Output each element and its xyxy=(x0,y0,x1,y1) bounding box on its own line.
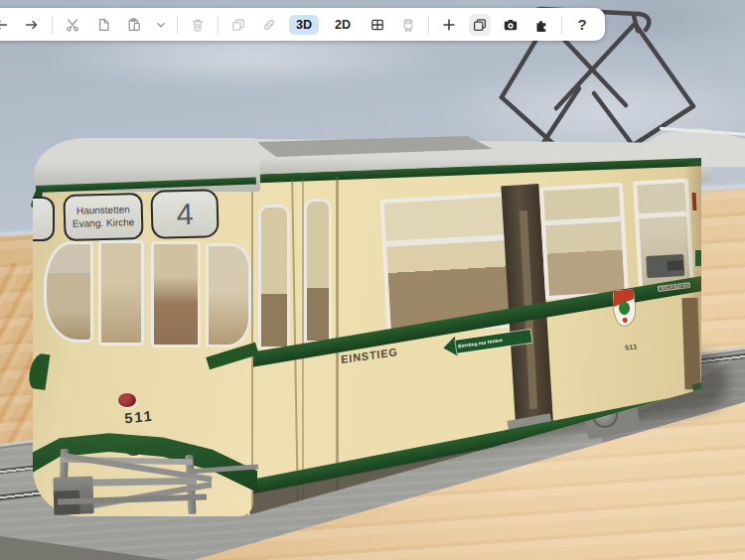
scissors-icon xyxy=(65,17,80,33)
destination-sign: Haunstetten Evang. Kirche xyxy=(63,193,143,241)
windshield-corner-pane xyxy=(206,243,251,348)
augsburg-crest xyxy=(613,289,636,326)
windshield-pane xyxy=(44,241,93,343)
toolbar-separator xyxy=(218,16,219,34)
destination-text: Haunstetten Evang. Kirche xyxy=(73,204,135,230)
route-number: 4 xyxy=(176,197,194,230)
paste-button[interactable] xyxy=(123,14,145,36)
puzzle-piece-icon xyxy=(533,17,549,33)
crest-base-dot xyxy=(622,318,627,323)
windows-button[interactable] xyxy=(469,14,491,36)
door-window xyxy=(258,205,290,350)
link-button[interactable] xyxy=(258,14,280,36)
paste-clipboard-icon xyxy=(126,17,142,33)
crest-pinecone xyxy=(619,301,630,315)
screenshot-button[interactable] xyxy=(500,14,522,36)
window-transom-bar xyxy=(545,216,621,225)
paste-options-button[interactable] xyxy=(154,14,168,36)
tram-vehicle-icon xyxy=(400,17,416,33)
grid-button[interactable] xyxy=(367,14,388,36)
windshield-pane xyxy=(98,240,144,346)
rear-window-1 xyxy=(539,183,629,301)
destination-line2: Evang. Kirche xyxy=(73,216,135,230)
plus-icon xyxy=(441,17,457,33)
toolbar-separator xyxy=(561,16,562,34)
partial-sign-clip xyxy=(33,195,59,244)
copy-document-icon xyxy=(95,17,111,33)
arrow-sign-text: Einstieg nur hinten xyxy=(458,337,503,349)
toolbar-separator xyxy=(428,16,429,34)
fleet-number-side: 511 xyxy=(625,343,639,351)
trash-icon xyxy=(190,17,206,33)
camera-icon xyxy=(503,17,519,33)
link-chain-icon xyxy=(261,17,277,33)
route-number-sign: 4 xyxy=(150,189,219,239)
copy-button[interactable] xyxy=(92,14,114,36)
driver-controls xyxy=(668,260,684,271)
rear-open-door xyxy=(681,298,700,390)
view-2d-toggle[interactable]: 2D xyxy=(328,15,358,35)
toolbar-separator xyxy=(177,16,178,34)
door-window xyxy=(304,199,332,344)
duplicate-icon xyxy=(230,17,246,33)
destination-sign-partial xyxy=(33,197,55,241)
question-mark-icon: ? xyxy=(577,16,586,33)
window-upper-tint xyxy=(384,196,516,241)
duplicate-button[interactable] xyxy=(227,14,249,36)
plugins-button[interactable] xyxy=(530,14,552,36)
windshield-pane xyxy=(151,241,201,348)
delete-button[interactable] xyxy=(187,14,209,36)
redo-button[interactable] xyxy=(21,14,43,36)
undo-button[interactable] xyxy=(0,14,12,36)
destination-line1: Haunstetten xyxy=(73,204,135,217)
help-button[interactable]: ? xyxy=(571,14,593,36)
undo-icon xyxy=(0,17,9,33)
headlight-top xyxy=(118,393,136,407)
cut-button[interactable] xyxy=(62,14,83,36)
3d-viewport[interactable]: EINSTIEG Einstieg nur hinten AUSSTIEG 51… xyxy=(0,0,745,560)
main-toolbar: 3D 2D ? xyxy=(0,8,605,41)
vehicle-button[interactable] xyxy=(397,14,419,36)
grid-table-icon xyxy=(370,17,385,33)
add-button[interactable] xyxy=(438,14,460,36)
redo-icon xyxy=(24,17,40,33)
door-seam xyxy=(291,179,299,506)
toolbar-separator xyxy=(52,16,53,34)
overlap-windows-icon xyxy=(472,17,488,33)
chevron-down-icon xyxy=(154,18,168,32)
coupling-box xyxy=(53,476,93,514)
view-3d-toggle[interactable]: 3D xyxy=(289,15,319,35)
window-transom-bar xyxy=(639,210,686,218)
